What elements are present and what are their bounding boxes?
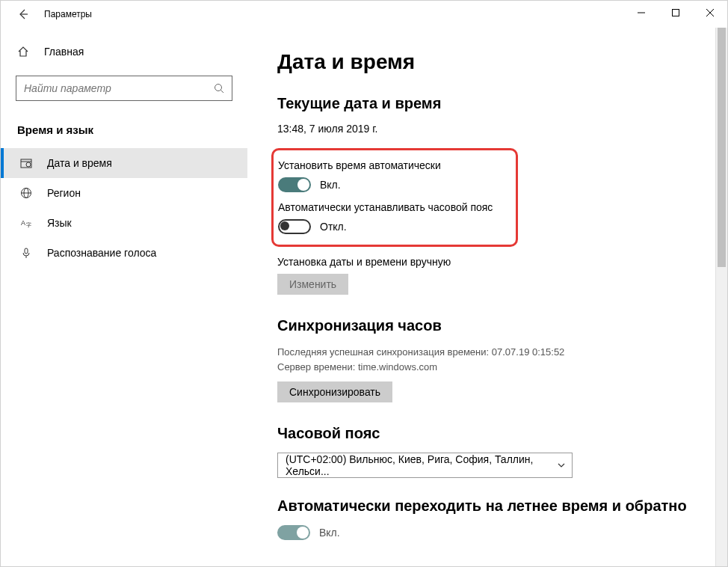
sidebar-item-date-time[interactable]: Дата и время <box>1 148 247 178</box>
sidebar-item-label: Распознавание голоса <box>47 247 156 259</box>
change-button[interactable]: Изменить <box>277 274 348 295</box>
sidebar-item-language[interactable]: A字 Язык <box>1 208 247 238</box>
sidebar-item-label: Язык <box>47 217 72 229</box>
sidebar-item-label: Дата и время <box>47 157 112 169</box>
chevron-down-icon <box>557 461 566 470</box>
auto-time-state: Вкл. <box>320 179 341 191</box>
auto-tz-state: Откл. <box>320 221 347 233</box>
minimize-button[interactable] <box>624 1 658 25</box>
dst-state: Вкл. <box>319 527 340 539</box>
auto-tz-toggle[interactable] <box>278 219 311 234</box>
timezone-value: (UTC+02:00) Вильнюс, Киев, Рига, София, … <box>286 453 557 477</box>
svg-rect-15 <box>25 248 28 254</box>
globe-icon <box>20 187 34 199</box>
dst-heading: Автоматически переходить на летнее время… <box>277 497 697 515</box>
search-input[interactable] <box>24 82 214 94</box>
category-heading: Время и язык <box>1 111 247 148</box>
close-button[interactable] <box>693 1 727 25</box>
svg-point-9 <box>26 162 31 167</box>
clock-icon <box>20 157 34 169</box>
sidebar-item-label: Регион <box>47 187 81 199</box>
manual-set-label: Установка даты и времени вручную <box>277 256 697 268</box>
search-icon <box>214 83 226 94</box>
timezone-heading: Часовой пояс <box>277 425 697 442</box>
sidebar-item-speech[interactable]: Распознавание голоса <box>1 238 247 268</box>
svg-point-5 <box>215 85 222 91</box>
home-icon <box>17 46 31 58</box>
language-icon: A字 <box>20 217 34 229</box>
sync-heading: Синхронизация часов <box>277 317 697 334</box>
home-link[interactable]: Главная <box>1 38 247 65</box>
sidebar-item-region[interactable]: Регион <box>1 178 247 208</box>
timezone-select[interactable]: (UTC+02:00) Вильнюс, Киев, Рига, София, … <box>277 453 573 478</box>
svg-text:字: 字 <box>26 222 31 227</box>
window-title: Параметры <box>44 9 92 19</box>
current-datetime-heading: Текущие дата и время <box>277 95 697 112</box>
sync-now-button[interactable]: Синхронизировать <box>277 381 392 402</box>
dst-toggle[interactable] <box>277 525 310 540</box>
current-datetime-value: 13:48, 7 июля 2019 г. <box>277 123 697 135</box>
sync-server-text: Сервер времени: time.windows.com <box>277 360 697 375</box>
svg-rect-2 <box>673 10 679 16</box>
svg-line-6 <box>221 91 224 94</box>
scrollbar-thumb[interactable] <box>718 28 726 267</box>
sync-last-text: Последняя успешная синхронизация времени… <box>277 345 697 360</box>
maximize-button[interactable] <box>658 1 693 25</box>
auto-tz-label: Автоматически устанавливать часовой пояс <box>278 201 505 213</box>
svg-text:A: A <box>21 219 25 227</box>
search-box[interactable] <box>16 76 232 101</box>
back-button[interactable] <box>14 5 32 23</box>
highlight-annotation: Установить время автоматически Вкл. Авто… <box>271 148 518 247</box>
auto-time-toggle[interactable] <box>278 177 311 192</box>
home-label: Главная <box>44 46 84 58</box>
auto-time-label: Установить время автоматически <box>278 159 505 171</box>
scrollbar[interactable] <box>715 28 727 566</box>
page-title: Дата и время <box>277 50 697 74</box>
microphone-icon <box>20 247 34 259</box>
